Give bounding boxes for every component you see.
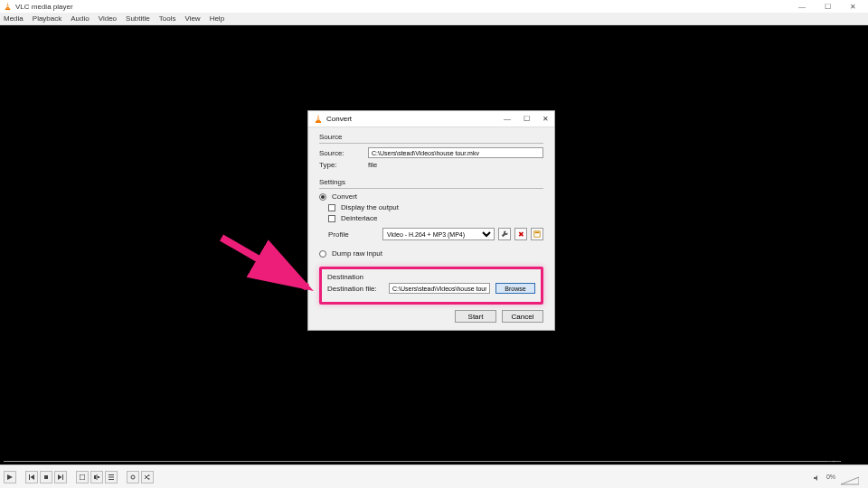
svg-rect-13 [94, 475, 96, 479]
dialog-maximize-icon[interactable]: ☐ [524, 115, 530, 123]
settings-section-label: Settings [319, 178, 543, 189]
new-profile-icon[interactable] [531, 228, 543, 240]
profile-select[interactable]: Video - H.264 + MP3 (MP4) [382, 228, 495, 240]
svg-rect-9 [29, 474, 30, 480]
browse-button[interactable]: Browse [495, 283, 535, 294]
convert-radio[interactable] [319, 193, 326, 201]
dialog-minimize-icon[interactable]: — [504, 115, 511, 123]
cancel-button[interactable]: Cancel [502, 310, 543, 323]
menu-help[interactable]: Help [210, 14, 224, 23]
profile-label: Profile [328, 230, 379, 239]
menu-view[interactable]: View [184, 14, 200, 23]
stop-button[interactable] [40, 471, 52, 483]
close-icon[interactable]: ✕ [848, 2, 857, 11]
delete-icon[interactable]: ✖ [514, 228, 527, 240]
svg-rect-17 [108, 476, 114, 477]
svg-rect-2 [6, 6, 10, 7]
svg-rect-0 [5, 8, 10, 10]
loop-button[interactable] [127, 471, 139, 483]
seekbar[interactable]: --:-- [4, 458, 841, 464]
minimize-icon[interactable]: — [797, 2, 807, 11]
vlc-cone-icon [314, 115, 323, 124]
menu-audio[interactable]: Audio [71, 14, 89, 23]
svg-rect-12 [80, 474, 85, 480]
svg-rect-11 [62, 474, 63, 480]
svg-rect-18 [108, 479, 114, 480]
random-button[interactable] [141, 471, 154, 483]
play-button[interactable] [4, 471, 16, 483]
source-section: Source Source: Type: file [319, 133, 543, 169]
menubar: Media Playback Audio Video Subtitle Tool… [0, 13, 868, 25]
svg-rect-14 [97, 474, 98, 480]
convert-dialog: Convert — ☐ ✕ Source Source: Type: file … [307, 110, 555, 331]
svg-rect-4 [317, 117, 320, 117]
start-button[interactable]: Start [455, 310, 496, 323]
prev-button[interactable] [25, 471, 38, 483]
dialog-titlebar: Convert — ☐ ✕ [308, 111, 554, 127]
source-input[interactable] [368, 147, 543, 158]
menu-subtitle[interactable]: Subtitle [126, 14, 150, 23]
vlc-cone-icon [4, 3, 12, 11]
menu-playback[interactable]: Playback [33, 14, 61, 23]
menu-tools[interactable]: Tools [159, 14, 176, 23]
dump-radio-label: Dump raw input [332, 249, 382, 258]
convert-radio-label: Convert [332, 192, 357, 201]
fullscreen-button[interactable] [76, 471, 89, 483]
display-output-label: Display the output [341, 203, 399, 211]
svg-rect-5 [316, 118, 320, 119]
svg-rect-7 [535, 232, 540, 234]
extended-settings-button[interactable] [90, 471, 103, 483]
source-label: Source: [319, 149, 363, 157]
type-value: file [368, 161, 377, 169]
svg-rect-10 [44, 475, 48, 479]
dump-radio[interactable] [319, 250, 326, 258]
settings-section: Settings Convert Display the output Dein… [319, 178, 543, 258]
deinterlace-checkbox[interactable] [328, 215, 335, 222]
destination-section-label: Destination [327, 273, 535, 281]
dialog-title: Convert [326, 115, 352, 123]
display-output-checkbox[interactable] [328, 204, 335, 211]
dialog-close-icon[interactable]: ✕ [542, 115, 549, 123]
source-section-label: Source [319, 133, 543, 144]
menu-media[interactable]: Media [4, 14, 24, 23]
destination-file-label: Destination file: [327, 285, 383, 293]
volume-percent: 0% [826, 474, 835, 480]
type-label: Type: [319, 161, 363, 169]
window-buttons: — ☐ ✕ [797, 2, 864, 11]
destination-section: Destination Destination file: Browse [319, 267, 543, 305]
app-titlebar: VLC media player — ☐ ✕ [0, 0, 868, 13]
svg-rect-15 [98, 476, 99, 478]
svg-rect-3 [316, 121, 321, 123]
bottom-controls: --:-- 0% [0, 465, 868, 488]
deinterlace-label: Deinterlace [341, 214, 377, 222]
speaker-icon[interactable] [814, 469, 821, 485]
svg-rect-1 [6, 5, 9, 5]
next-button[interactable] [54, 471, 67, 483]
playlist-button[interactable] [105, 471, 118, 483]
volume-slider[interactable] [841, 473, 859, 482]
menu-video[interactable]: Video [99, 14, 117, 23]
maximize-icon[interactable]: ☐ [823, 2, 832, 11]
app-title: VLC media player [15, 3, 73, 11]
wrench-icon[interactable] [498, 228, 511, 240]
svg-rect-16 [108, 474, 114, 475]
destination-file-input[interactable] [389, 283, 490, 294]
